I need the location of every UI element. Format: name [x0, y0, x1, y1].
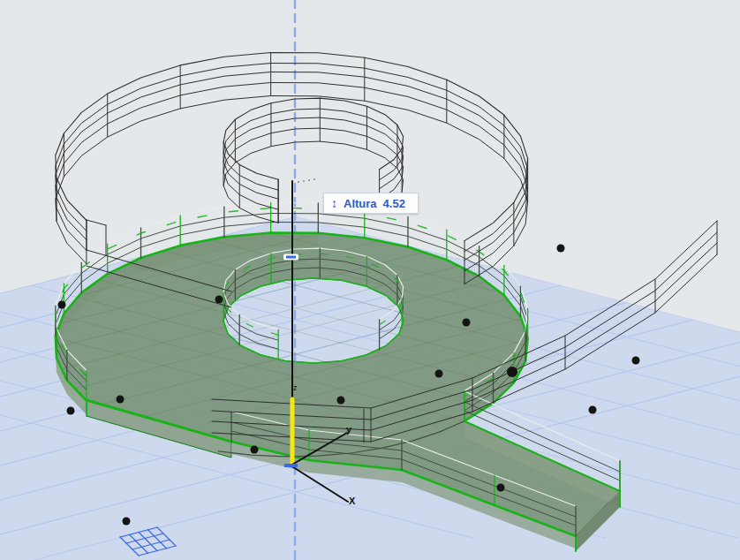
origin-marker	[284, 464, 298, 467]
selection-handle-dot[interactable]	[123, 518, 131, 526]
selection-handle-dot[interactable]	[589, 406, 597, 414]
3d-viewport[interactable]: ↕ Altura 4.52 X y z	[0, 0, 740, 560]
selection-handle-dot[interactable]	[497, 484, 505, 492]
axis-label-z: z	[293, 383, 298, 392]
snap-dots	[303, 180, 305, 182]
height-tooltip: ↕ Altura 4.52	[323, 193, 419, 214]
selection-handle-dot[interactable]	[557, 245, 565, 253]
snap-dots	[313, 178, 315, 180]
snap-dots	[298, 181, 299, 183]
selection-handle-dot[interactable]	[337, 397, 345, 405]
tooltip-label: Altura	[344, 197, 377, 210]
tooltip-value: 4.52	[383, 197, 405, 210]
selection-handle-dot[interactable]	[632, 357, 640, 365]
selection-handle-dot[interactable]	[58, 301, 66, 309]
selection-handle-dot[interactable]	[215, 296, 223, 304]
resize-vertical-icon: ↕	[331, 197, 337, 209]
selection-handle-dot[interactable]	[117, 396, 125, 404]
axis-label-y: y	[346, 424, 351, 435]
selection-handle-dot[interactable]	[251, 446, 259, 454]
selection-handle-dot[interactable]	[463, 319, 471, 327]
snap-dots	[308, 179, 310, 181]
selection-handle-dot[interactable]	[507, 367, 517, 377]
selection-handle-dot[interactable]	[67, 407, 75, 415]
axis-label-x: X	[349, 496, 355, 506]
drag-cursor-bar	[286, 256, 296, 259]
selection-handle-dot[interactable]	[435, 370, 443, 378]
scene-svg	[0, 0, 740, 560]
